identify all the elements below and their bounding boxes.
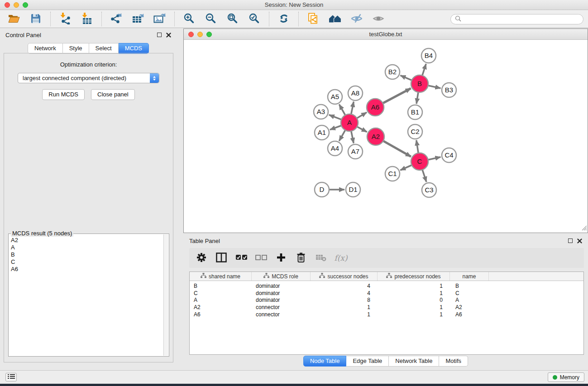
export-image-button[interactable]: [150, 11, 169, 27]
graph-node-A7[interactable]: A7: [348, 144, 363, 159]
minimize-light[interactable]: [14, 2, 19, 8]
search-input[interactable]: [464, 16, 579, 23]
table-row-a6[interactable]: A6connector11A6: [190, 311, 583, 318]
graph-edge-A-A5[interactable]: [339, 105, 345, 116]
zoom-selected-button[interactable]: [245, 11, 264, 27]
graph-node-A4[interactable]: A4: [328, 141, 342, 156]
zoom-out-button[interactable]: [201, 11, 220, 27]
graph-node-A2[interactable]: A2: [367, 128, 384, 145]
memory-button[interactable]: Memory: [548, 372, 584, 382]
zoom-light[interactable]: [23, 2, 28, 8]
graph-node-A[interactable]: A: [341, 114, 358, 131]
criterion-dropdown[interactable]: largest connected component (directed): [18, 73, 159, 83]
graph-node-B1[interactable]: B1: [408, 105, 422, 119]
resize-grip-icon[interactable]: [581, 225, 587, 232]
create-column-button[interactable]: [273, 250, 289, 266]
graph-edge-B-B2[interactable]: [400, 76, 412, 81]
graph-edge-C-C3[interactable]: [422, 169, 426, 182]
graph-edge-A-A6[interactable]: [356, 112, 367, 119]
hide-selected-button[interactable]: [347, 11, 366, 27]
open-session-button[interactable]: [5, 11, 24, 27]
graph-node-C1[interactable]: C1: [385, 167, 400, 181]
column-header-predecessor-nodes[interactable]: predecessor nodes: [378, 272, 450, 281]
graph-edge-A-A2[interactable]: [356, 126, 367, 132]
deselect-all-button[interactable]: [253, 250, 269, 266]
graph-node-A5[interactable]: A5: [328, 90, 342, 104]
graph-node-A8[interactable]: A8: [348, 86, 363, 100]
save-session-button[interactable]: [26, 11, 45, 27]
graph-edge-B-B4[interactable]: [422, 64, 426, 76]
task-history-button[interactable]: [5, 373, 17, 381]
table-options-button[interactable]: [194, 250, 209, 266]
float-panel-icon[interactable]: [157, 33, 162, 37]
table-row-a2[interactable]: A2connector11A2: [190, 304, 583, 311]
graph-edge-A-A1[interactable]: [330, 125, 342, 130]
graph-edge-A6-B[interactable]: [382, 88, 411, 104]
zoom-fit-button[interactable]: [223, 11, 242, 27]
graph-node-C4[interactable]: C4: [442, 148, 456, 162]
tab-network[interactable]: Network: [28, 43, 63, 54]
graph-node-C[interactable]: C: [411, 153, 428, 170]
close-table-panel-icon[interactable]: [577, 238, 582, 243]
close-light[interactable]: [5, 2, 10, 8]
delete-column-button[interactable]: [293, 250, 309, 266]
import-network-button[interactable]: [56, 11, 75, 27]
result-item-a6[interactable]: A6: [10, 266, 163, 273]
graph-node-B3[interactable]: B3: [442, 83, 456, 97]
column-header-shared-name[interactable]: shared name: [190, 272, 252, 281]
graph-node-A3[interactable]: A3: [314, 105, 328, 119]
graph-edge-B-B1[interactable]: [416, 91, 418, 104]
import-table-button[interactable]: [77, 11, 96, 27]
graph-node-B4[interactable]: B4: [421, 48, 436, 63]
close-panel-button[interactable]: Close panel: [91, 89, 135, 100]
graph-edge-B-B3[interactable]: [427, 86, 441, 88]
column-header-successor-nodes[interactable]: successor nodes: [311, 272, 378, 281]
run-mcds-button[interactable]: Run MCDS: [42, 89, 85, 100]
graph-node-C2[interactable]: C2: [408, 124, 422, 139]
result-item-b[interactable]: B: [10, 251, 163, 258]
network-from-file-button[interactable]: [304, 11, 323, 27]
delete-table-button[interactable]: [313, 250, 329, 266]
graph-edge-A-A7[interactable]: [351, 130, 354, 143]
zoom-in-button[interactable]: [180, 11, 199, 27]
result-item-a2[interactable]: A2: [10, 237, 163, 244]
tab-select[interactable]: Select: [89, 43, 119, 54]
close-panel-icon[interactable]: [166, 32, 171, 38]
result-item-c[interactable]: C: [10, 258, 163, 266]
export-network-button[interactable]: [107, 11, 126, 27]
tab-motifs[interactable]: Motifs: [439, 356, 468, 367]
tab-style[interactable]: Style: [63, 43, 89, 54]
graph-edge-A-A8[interactable]: [351, 102, 354, 115]
refresh-view-button[interactable]: [274, 11, 293, 27]
graph-node-D1[interactable]: D1: [346, 182, 360, 197]
tab-mcds[interactable]: MCDS: [119, 43, 149, 54]
export-table-button[interactable]: [129, 11, 148, 27]
graph-node-B[interactable]: B: [411, 75, 428, 92]
column-view-button[interactable]: [214, 250, 229, 266]
table-row-b[interactable]: Bdominator41B: [190, 282, 583, 290]
result-scrollbar[interactable]: [163, 234, 168, 356]
float-table-panel-icon[interactable]: [568, 238, 573, 243]
graph-edge-A-A3[interactable]: [329, 115, 342, 120]
column-header-mcds-role[interactable]: MCDS role: [252, 272, 311, 281]
graph-node-D[interactable]: D: [315, 182, 329, 197]
graph-edge-A2-C[interactable]: [382, 140, 411, 157]
graph-edge-C-C4[interactable]: [427, 157, 441, 160]
function-builder-button[interactable]: f(x): [333, 250, 349, 266]
graph-node-C3[interactable]: C3: [422, 183, 436, 197]
select-all-button[interactable]: [234, 250, 249, 266]
graph-node-A6[interactable]: A6: [367, 99, 384, 116]
column-header-name[interactable]: name: [450, 272, 489, 281]
network-minimize-light[interactable]: [197, 32, 203, 37]
show-all-button[interactable]: [369, 11, 388, 27]
table-row-a[interactable]: Adominator80A: [190, 296, 583, 304]
graph-edge-C-C1[interactable]: [400, 165, 412, 170]
network-zoom-light[interactable]: [206, 32, 212, 37]
tab-node-table[interactable]: Node Table: [303, 356, 347, 367]
graph-edge-A-A4[interactable]: [339, 129, 345, 141]
tab-network-table[interactable]: Network Table: [389, 356, 439, 367]
network-canvas[interactable]: B4B2BB3B1A5A8A6A3AA1A2C2A4A7C4CC1C3DD1: [184, 40, 588, 233]
tab-edge-table[interactable]: Edge Table: [346, 356, 389, 367]
graph-edge-C-C2[interactable]: [416, 140, 419, 154]
table-row-c[interactable]: Cdominator41C: [190, 290, 583, 297]
